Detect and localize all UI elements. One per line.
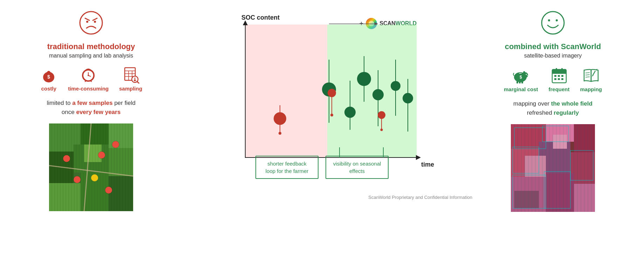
svg-point-59 <box>526 74 527 75</box>
footer-note: ScanWorld Proprietary and Confidential I… <box>368 195 472 200</box>
piggy-bank-icon: $ <box>512 66 530 84</box>
svg-point-43 <box>378 111 385 119</box>
mapping-text: mapping over the whole field refreshed r… <box>513 99 592 117</box>
combined-sub: satellite-based imagery <box>524 53 582 59</box>
costly-item: $ costly <box>40 66 57 92</box>
sampling-icon <box>122 66 139 83</box>
marginal-cost-label: marginal cost <box>504 86 538 92</box>
left-panel: traditional methodology manual sampling … <box>11 7 172 268</box>
svg-point-58 <box>523 71 525 74</box>
svg-line-78 <box>585 75 590 75</box>
svg-point-39 <box>357 72 371 86</box>
left-icons-row: $ costly time- <box>40 66 142 92</box>
svg-rect-76 <box>561 68 563 71</box>
mapping-item: mapping <box>580 66 602 92</box>
svg-line-79 <box>585 77 590 77</box>
time-consuming-item: time-consuming <box>68 66 109 92</box>
callout-feedback: shorter feedback loop for the farmer <box>255 156 318 179</box>
svg-rect-64 <box>519 81 521 83</box>
svg-rect-65 <box>521 81 523 83</box>
calendar-icon <box>550 66 568 84</box>
svg-point-29 <box>274 112 286 125</box>
combined-title: combined with ScanWorld <box>505 42 601 51</box>
svg-rect-69 <box>554 75 556 77</box>
svg-rect-67 <box>552 69 566 74</box>
callout-seasonal: visibility on seasonal effects <box>326 156 389 179</box>
svg-line-22 <box>137 81 139 83</box>
svg-point-14 <box>88 75 89 76</box>
svg-point-54 <box>548 19 550 21</box>
frequent-label: frequent <box>549 86 570 92</box>
svg-rect-71 <box>561 75 563 77</box>
right-field-image <box>511 124 595 212</box>
svg-text:$: $ <box>47 74 50 80</box>
svg-text:$: $ <box>520 75 522 80</box>
callout-boxes: shorter feedback loop for the farmer vis… <box>255 156 389 179</box>
mapping-book-icon <box>582 66 600 84</box>
trad-method-title: traditional methodology <box>47 42 135 51</box>
right-panel: combined with ScanWorld satellite-based … <box>472 7 633 268</box>
svg-point-35 <box>330 114 333 116</box>
svg-line-9 <box>85 81 87 82</box>
svg-rect-61 <box>519 73 522 74</box>
svg-point-4 <box>94 21 96 23</box>
svg-rect-6 <box>47 71 50 73</box>
chart-svg <box>245 25 417 158</box>
svg-rect-75 <box>556 68 557 71</box>
svg-rect-72 <box>554 78 556 80</box>
svg-rect-70 <box>558 75 560 77</box>
svg-point-3 <box>86 21 88 23</box>
svg-point-55 <box>556 19 558 21</box>
center-panel: + SCA <box>172 7 472 268</box>
angry-face-icon <box>79 11 103 39</box>
sampling-label: sampling <box>119 86 142 92</box>
svg-point-41 <box>372 89 384 100</box>
right-icons-row: $ marginal cost <box>504 66 602 92</box>
chart-area: SOC content time <box>245 25 417 158</box>
svg-line-77 <box>585 73 590 73</box>
svg-point-46 <box>391 81 400 91</box>
svg-point-30 <box>279 132 281 135</box>
svg-point-37 <box>344 107 356 118</box>
svg-rect-63 <box>516 81 518 83</box>
svg-rect-73 <box>558 78 560 80</box>
svg-line-10 <box>90 81 92 82</box>
svg-point-44 <box>381 129 383 131</box>
svg-line-2 <box>93 18 97 20</box>
svg-rect-74 <box>561 78 563 80</box>
svg-line-80 <box>592 71 595 76</box>
x-axis-arrow <box>416 155 421 160</box>
svg-point-60 <box>527 75 528 76</box>
svg-point-48 <box>403 93 413 103</box>
svg-line-1 <box>85 18 89 20</box>
money-bag-icon: $ <box>40 66 57 83</box>
time-label: time <box>421 161 434 168</box>
time-consuming-label: time-consuming <box>68 86 109 92</box>
sampling-item: sampling <box>119 66 142 92</box>
mapping-label: mapping <box>580 86 602 92</box>
marginal-cost-item: $ marginal cost <box>504 66 538 92</box>
costly-label: costly <box>41 86 56 92</box>
frequent-item: frequent <box>549 66 570 92</box>
limited-text: limited to a few samples per field once … <box>47 99 135 116</box>
svg-point-0 <box>80 12 102 34</box>
left-field-image <box>49 123 133 211</box>
svg-point-53 <box>542 12 564 34</box>
happy-face-icon <box>541 11 565 39</box>
svg-point-34 <box>328 89 336 97</box>
clock-icon <box>80 66 97 83</box>
trad-method-sub: manual sampling and lab analysis <box>49 53 133 59</box>
chart-container: SOC content time <box>224 25 420 175</box>
